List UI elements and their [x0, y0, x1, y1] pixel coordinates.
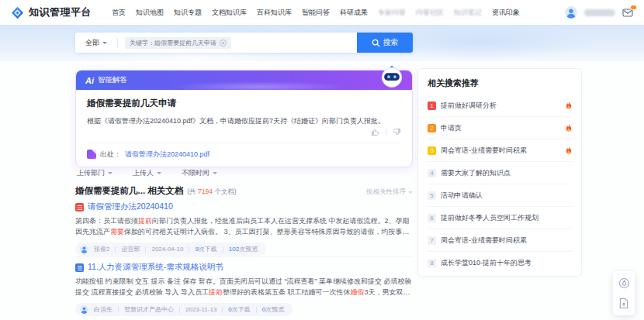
- result-meta: 白洪生 智慧识才产品中心 2023-11-13 0次下载 0次预览: [75, 303, 293, 316]
- result-title-row: 请假管理办法20240410: [75, 201, 413, 212]
- snippet-highlight: 需要: [110, 228, 124, 236]
- department: 智慧识才产品中心: [124, 305, 174, 314]
- rank-badge: 8: [428, 259, 436, 267]
- close-icon[interactable]: ×: [220, 40, 227, 46]
- author-name: 张俊2: [94, 245, 109, 253]
- ai-source-row: 出处： 请假管理办法20240410.pdf: [87, 150, 401, 160]
- results-title: 婚假需要提前几... 相关文档: [75, 185, 183, 197]
- keyword-tag[interactable]: 关键字：婚假需要提前几天申请 ×: [125, 37, 231, 49]
- download-count: 0次下载: [228, 305, 250, 314]
- upload-document-icon[interactable]: [618, 298, 629, 309]
- result-title-link[interactable]: 请假管理办法20240410: [88, 201, 173, 212]
- rank-badge: 1: [428, 102, 436, 110]
- top-bar-right: [565, 6, 633, 19]
- snippet-text: 第四条：员工请假须: [75, 217, 138, 225]
- nav-knowledge-notes[interactable]: 知识笔记: [454, 8, 482, 18]
- nav-research-results[interactable]: 科研成果: [340, 8, 368, 18]
- divider: [189, 246, 189, 253]
- related-search-item[interactable]: 8 成长学堂010-提前十年的思考: [428, 251, 572, 274]
- filter-label: 不限时间: [182, 168, 209, 178]
- filter-upload-department[interactable]: 上传部门: [77, 168, 113, 178]
- search-input[interactable]: 关键字：婚假需要提前几天申请 ×: [118, 33, 357, 53]
- result-item: 请假管理办法20240410 第四条：员工请假须提前向部门负责人报批，经批准后由…: [75, 201, 413, 256]
- search-button[interactable]: 搜索: [357, 33, 413, 53]
- divider: [386, 129, 386, 135]
- rank-badge: 7: [428, 236, 436, 245]
- chevron-down-icon: [213, 172, 217, 174]
- pdf-file-icon: [87, 150, 96, 159]
- related-search-item[interactable]: 4 需要大家了解的知识点: [428, 161, 572, 184]
- search-scope-select[interactable]: 全部: [75, 38, 117, 48]
- filter-label: 上传人: [133, 168, 154, 178]
- related-search-label: 成长学堂010-提前十年的思考: [441, 258, 572, 268]
- nav-news-impression[interactable]: 资讯印象: [492, 8, 520, 18]
- related-search-item[interactable]: 7 周会寄语-业绩需要时间积累: [428, 229, 572, 251]
- chevron-down-icon: [408, 191, 413, 194]
- view-count: 0次预览: [262, 305, 284, 314]
- filter-row: 上传部门 上传人 不限时间: [77, 168, 217, 178]
- top-bar: 知识管理平台 首页 知识地图 知识专题 文档知识库 百科知识库 智能问答 科研成…: [0, 0, 644, 25]
- related-search-label: 周会寄语-业绩需要时间积累: [441, 236, 572, 246]
- rank-badge: 4: [428, 169, 436, 177]
- filter-uploader[interactable]: 上传人: [133, 168, 161, 178]
- related-search-item[interactable]: 5 活动申请确认: [428, 184, 572, 206]
- related-search-item[interactable]: 2 申请页: [428, 116, 572, 139]
- view-count-label: 次预览: [239, 246, 258, 253]
- nav-smart-qa[interactable]: 智能问答: [302, 8, 330, 18]
- messages-button[interactable]: [622, 8, 633, 17]
- ai-badge: Ai: [85, 76, 94, 85]
- download-count: 9次下载: [195, 245, 216, 253]
- flame-icon: [566, 146, 572, 154]
- result-item: 11.人力资源管理系统-需求规格说明书 功能按钮 约束限制 交互 提示 备注 保…: [75, 262, 413, 317]
- author-name: 白洪生: [94, 305, 113, 314]
- related-search-label: 申请页: [441, 123, 561, 133]
- app-title: 知识管理平台: [29, 5, 92, 19]
- author-avatar: [80, 245, 88, 253]
- nav-qa-community[interactable]: 问答社区: [416, 8, 444, 18]
- upload-date: 2024-04-10: [151, 246, 183, 253]
- nav-knowledge-topics[interactable]: 知识专题: [174, 8, 202, 18]
- filter-time[interactable]: 不限时间: [182, 168, 217, 178]
- search-bar: 全部 关键字：婚假需要提前几天申请 × 搜索: [75, 33, 413, 53]
- result-title-link[interactable]: 11.人力资源管理系统-需求规格说明书: [88, 262, 223, 273]
- ai-card-title: 智能解答: [98, 75, 127, 85]
- related-search-item[interactable]: 3 周会寄语-业绩需要时间积累: [428, 139, 572, 161]
- related-search-item[interactable]: 1 提前做好调研分析: [428, 95, 572, 116]
- ai-feedback: [87, 128, 401, 136]
- sort-select[interactable]: 按相关性排序: [366, 188, 413, 197]
- related-search-title: 相关搜索推荐: [428, 77, 572, 95]
- feedback-pen-icon[interactable]: [618, 277, 630, 289]
- nav-home[interactable]: 首页: [112, 8, 126, 18]
- snippet-highlight: 提前: [209, 288, 223, 296]
- rank-badge: 5: [428, 191, 436, 200]
- nav-doc-library[interactable]: 文档知识库: [212, 8, 247, 18]
- snippet-highlight: 婚假: [351, 288, 365, 296]
- department: 运营部: [121, 245, 140, 253]
- search-icon: [372, 39, 380, 47]
- ai-answer-card: Ai 智能解答 婚假需要提前几天申请 根据《请假管理办法20240410.pdf…: [75, 70, 413, 167]
- logo-icon: [11, 6, 24, 19]
- chevron-down-icon: [102, 42, 107, 44]
- upload-date: 2023-11-13: [185, 306, 216, 313]
- divider: [223, 246, 223, 253]
- related-search-item[interactable]: 6 提前做好冬季人员空闲工作规划: [428, 206, 572, 229]
- user-avatar[interactable]: [565, 6, 577, 19]
- related-search-label: 需要大家了解的知识点: [441, 168, 572, 178]
- nav-wiki-library[interactable]: 百科知识库: [257, 8, 292, 18]
- search-band: 全部 关键字：婚假需要提前几天申请 × 搜索: [0, 25, 644, 61]
- view-count: 102次预览: [229, 245, 258, 253]
- nav-expert-qa[interactable]: 专家问答: [378, 8, 406, 18]
- snippet-text: 保胎的可持相关证明计入病假。 3、员工因打架、整形美容等特殊原因导致的请假，均按…: [75, 228, 410, 237]
- view-count-label: 次预览: [265, 306, 284, 313]
- thumbs-up-icon[interactable]: [371, 128, 379, 136]
- floating-toolbar: [613, 271, 635, 315]
- source-file-link[interactable]: 请假管理办法20240410.pdf: [125, 150, 209, 160]
- thumbs-down-icon[interactable]: [393, 128, 401, 136]
- app-logo[interactable]: 知识管理平台: [11, 5, 92, 19]
- snippet-text: 整理好的表格第五条 职工结婚可一次性休: [223, 288, 351, 296]
- search-button-label: 搜索: [383, 37, 399, 48]
- nav-knowledge-map[interactable]: 知识地图: [136, 8, 164, 18]
- sort-label: 按相关性排序: [366, 188, 406, 197]
- download-count-label: 次下载: [199, 246, 217, 253]
- download-count-label: 次下载: [232, 306, 251, 313]
